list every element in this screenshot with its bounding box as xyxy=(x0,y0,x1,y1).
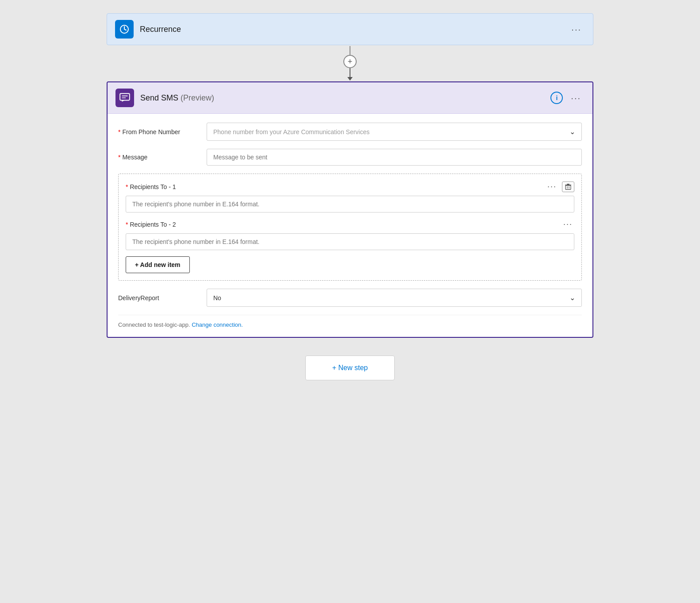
connector-line-bottom xyxy=(350,68,350,77)
recipient-2-header: * Recipients To - 2 ··· xyxy=(126,219,574,230)
from-phone-dropdown[interactable]: Phone number from your Azure Communicati… xyxy=(207,123,582,141)
recipient-1-required-star: * xyxy=(126,183,128,190)
delivery-report-row: DeliveryReport No ⌄ xyxy=(118,289,582,307)
svg-rect-6 xyxy=(565,186,571,189)
sms-info-button[interactable]: i xyxy=(550,92,563,104)
recurrence-title: Recurrence xyxy=(140,25,568,34)
recipient-item-2: * Recipients To - 2 ··· xyxy=(126,219,574,250)
recipient-2-label: * Recipients To - 2 xyxy=(126,221,176,228)
recipient-1-more-options-button[interactable]: ··· xyxy=(546,181,558,192)
sms-header: Send SMS (Preview) i ··· xyxy=(108,82,592,114)
recurrence-block: Recurrence ··· xyxy=(107,13,593,45)
recipient-1-input[interactable] xyxy=(126,196,574,213)
from-phone-row: * From Phone Number Phone number from yo… xyxy=(118,123,582,141)
from-phone-label: * From Phone Number xyxy=(118,128,207,135)
connection-text: Connected to test-logic-app. xyxy=(118,321,190,328)
recipient-2-input[interactable] xyxy=(126,233,574,250)
message-row: * Message xyxy=(118,149,582,166)
sms-icon xyxy=(115,89,134,107)
recipient-1-delete-button[interactable] xyxy=(562,182,574,192)
delivery-report-label: DeliveryReport xyxy=(118,294,207,302)
delivery-report-chevron-icon: ⌄ xyxy=(569,294,575,302)
sms-header-actions: i ··· xyxy=(550,91,585,105)
svg-rect-5 xyxy=(567,184,569,185)
connector-arrow xyxy=(347,77,353,81)
recipient-1-actions: ··· xyxy=(546,181,574,192)
recipient-1-header: * Recipients To - 1 ··· xyxy=(126,181,574,192)
add-new-item-button[interactable]: + Add new item xyxy=(126,256,190,273)
delivery-report-value: No xyxy=(213,294,221,302)
from-phone-field: Phone number from your Azure Communicati… xyxy=(207,123,582,141)
from-phone-chevron-icon: ⌄ xyxy=(569,128,575,136)
flow-container: Recurrence ··· + Send SMS (Preview) xyxy=(85,13,615,394)
from-phone-required-star: * xyxy=(118,128,120,135)
delete-icon xyxy=(565,183,572,190)
new-step-container: + New step xyxy=(305,356,395,380)
recurrence-more-options-button[interactable]: ··· xyxy=(568,23,585,36)
from-phone-placeholder: Phone number from your Azure Communicati… xyxy=(213,128,369,135)
message-required-star: * xyxy=(118,154,120,161)
recipient-2-required-star: * xyxy=(126,221,128,228)
connection-info: Connected to test-logic-app. Change conn… xyxy=(118,315,582,328)
message-field xyxy=(207,149,582,166)
recipients-container: * Recipients To - 1 ··· xyxy=(118,174,582,281)
sms-more-options-button[interactable]: ··· xyxy=(567,91,585,105)
svg-rect-1 xyxy=(120,93,130,100)
message-label: * Message xyxy=(118,154,207,161)
delivery-report-field: No ⌄ xyxy=(207,289,582,307)
sms-title: Send SMS (Preview) xyxy=(140,93,550,103)
recipient-item-1: * Recipients To - 1 ··· xyxy=(126,181,574,213)
send-sms-block: Send SMS (Preview) i ··· * From Phone Nu… xyxy=(107,81,593,338)
sms-body: * From Phone Number Phone number from yo… xyxy=(108,114,592,337)
svg-rect-4 xyxy=(565,185,571,186)
sms-chat-icon xyxy=(119,92,131,104)
add-step-button[interactable]: + xyxy=(343,55,357,68)
delivery-report-dropdown[interactable]: No ⌄ xyxy=(207,289,582,307)
change-connection-link[interactable]: Change connection. xyxy=(192,321,243,328)
connector-line-top xyxy=(350,46,350,55)
clock-icon xyxy=(119,24,130,35)
recipient-2-actions: ··· xyxy=(562,219,574,230)
recurrence-icon xyxy=(115,20,134,39)
new-step-button[interactable]: + New step xyxy=(305,356,395,380)
message-input[interactable] xyxy=(207,149,582,166)
recipient-1-label: * Recipients To - 1 xyxy=(126,183,176,190)
recipient-2-more-options-button[interactable]: ··· xyxy=(562,219,574,230)
step-connector: + xyxy=(343,46,357,81)
